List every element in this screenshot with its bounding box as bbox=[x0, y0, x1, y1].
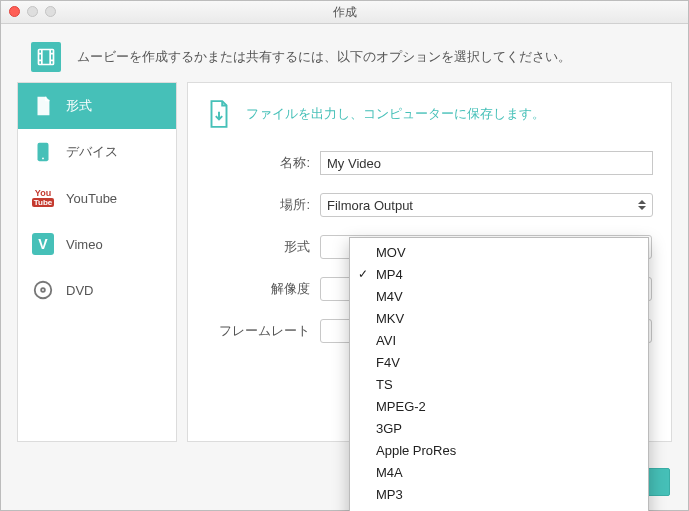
sidebar-item-youtube[interactable]: YouTube YouTube bbox=[18, 175, 176, 221]
format-option[interactable]: MOV bbox=[350, 242, 648, 264]
traffic-lights bbox=[9, 6, 56, 17]
format-option[interactable]: F4V bbox=[350, 352, 648, 374]
format-option[interactable]: TS bbox=[350, 374, 648, 396]
youtube-icon: YouTube bbox=[32, 187, 54, 209]
panel-title-text: ファイルを出力し、コンピューターに保存します。 bbox=[246, 105, 545, 123]
resolution-label: 解像度 bbox=[206, 280, 320, 298]
svg-point-3 bbox=[35, 282, 52, 299]
sidebar-item-vimeo[interactable]: V Vimeo bbox=[18, 221, 176, 267]
format-label: 形式 bbox=[206, 238, 320, 256]
titlebar: 作成 bbox=[1, 1, 688, 24]
format-option[interactable]: MP4 bbox=[350, 264, 648, 286]
export-movie-icon bbox=[31, 42, 61, 72]
stepper-arrows-icon bbox=[634, 195, 650, 215]
sidebar-item-label: 形式 bbox=[66, 97, 92, 115]
row-name: 名称: bbox=[206, 151, 653, 175]
intro-text: ムービーを作成するかまたは共有するには、以下のオプションを選択してください。 bbox=[77, 48, 571, 66]
sidebar-item-label: YouTube bbox=[66, 191, 117, 206]
device-icon bbox=[32, 141, 54, 163]
minimize-window-button[interactable] bbox=[27, 6, 38, 17]
export-window: 作成 ムービーを作成するかまたは共有するには、以下のオプションを選択してください… bbox=[0, 0, 689, 511]
location-value: Filmora Output bbox=[327, 198, 413, 213]
name-label: 名称: bbox=[206, 154, 320, 172]
format-option[interactable]: GIF bbox=[350, 506, 648, 511]
location-label: 場所: bbox=[206, 196, 320, 214]
maximize-window-button[interactable] bbox=[45, 6, 56, 17]
format-option[interactable]: MPEG-2 bbox=[350, 396, 648, 418]
format-option[interactable]: M4V bbox=[350, 286, 648, 308]
sidebar-item-device[interactable]: デバイス bbox=[18, 129, 176, 175]
format-option[interactable]: MKV bbox=[350, 308, 648, 330]
svg-point-4 bbox=[41, 288, 45, 292]
svg-rect-0 bbox=[39, 50, 54, 65]
format-dropdown[interactable]: MOV MP4 M4V MKV AVI F4V TS MPEG-2 3GP Ap… bbox=[349, 237, 649, 511]
row-location: 場所: Filmora Output bbox=[206, 193, 653, 217]
svg-point-2 bbox=[42, 158, 44, 160]
destination-sidebar: 形式 デバイス YouTube YouTube V Vi bbox=[17, 82, 177, 442]
panel-title: ファイルを出力し、コンピューターに保存します。 bbox=[206, 99, 653, 129]
sidebar-item-label: Vimeo bbox=[66, 237, 103, 252]
close-window-button[interactable] bbox=[9, 6, 20, 17]
window-title: 作成 bbox=[333, 5, 357, 19]
file-download-icon bbox=[206, 99, 232, 129]
file-icon bbox=[32, 95, 54, 117]
sidebar-item-format[interactable]: 形式 bbox=[18, 83, 176, 129]
name-input[interactable] bbox=[320, 151, 653, 175]
sidebar-item-dvd[interactable]: DVD bbox=[18, 267, 176, 313]
dvd-icon bbox=[32, 279, 54, 301]
vimeo-icon: V bbox=[32, 233, 54, 255]
location-select[interactable]: Filmora Output bbox=[320, 193, 653, 217]
format-option[interactable]: AVI bbox=[350, 330, 648, 352]
intro-bar: ムービーを作成するかまたは共有するには、以下のオプションを選択してください。 bbox=[1, 24, 688, 82]
format-option[interactable]: 3GP bbox=[350, 418, 648, 440]
format-option[interactable]: MP3 bbox=[350, 484, 648, 506]
sidebar-item-label: デバイス bbox=[66, 143, 118, 161]
format-option[interactable]: M4A bbox=[350, 462, 648, 484]
format-option[interactable]: Apple ProRes bbox=[350, 440, 648, 462]
framerate-label: フレームレート bbox=[206, 322, 320, 340]
sidebar-item-label: DVD bbox=[66, 283, 93, 298]
